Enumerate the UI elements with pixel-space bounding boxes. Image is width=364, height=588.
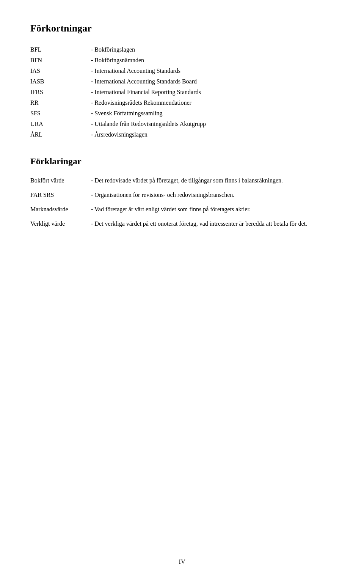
abbreviation-value: - International Accounting Standards Boa… <box>91 78 334 85</box>
abbreviation-key: IASB <box>30 78 91 85</box>
page-footer: IV <box>0 558 364 565</box>
abbreviation-row: RR- Redovisningsrådets Rekommendationer <box>30 99 334 106</box>
definitions-section-title: Förklaringar <box>30 156 334 167</box>
definition-row: FAR SRS- Organisationen för revisions- o… <box>30 192 334 198</box>
abbreviation-row: SFS- Svensk Författningssamling <box>30 110 334 117</box>
abbreviation-row: IASB- International Accounting Standards… <box>30 78 334 85</box>
definition-value: - Det redovisade värdet på företaget, de… <box>91 177 334 184</box>
abbreviation-row: BFN- Bokföringsnämnden <box>30 57 334 64</box>
definition-value: - Organisationen för revisions- och redo… <box>91 192 334 198</box>
abbreviation-value: - Årsredovisningslagen <box>91 131 334 138</box>
abbreviation-value: - Redovisningsrådets Rekommendationer <box>91 99 334 106</box>
abbreviation-row: IFRS- International Financial Reporting … <box>30 89 334 96</box>
definition-key: Marknadsvärde <box>30 206 91 213</box>
abbreviation-key: ÅRL <box>30 131 91 138</box>
definition-key: Bokfört värde <box>30 177 91 184</box>
abbreviation-key: IAS <box>30 68 91 74</box>
definition-row: Marknadsvärde- Vad företaget är värt enl… <box>30 206 334 213</box>
definition-key: Verkligt värde <box>30 220 91 227</box>
abbreviation-row: ÅRL- Årsredovisningslagen <box>30 131 334 138</box>
abbreviation-value: - Bokföringslagen <box>91 46 334 53</box>
abbreviations-section: BFL- BokföringslagenBFN- Bokföringsnämnd… <box>30 46 334 138</box>
abbreviation-value: - Uttalande från Redovisningsrådets Akut… <box>91 121 334 127</box>
definitions-section: Bokfört värde- Det redovisade värdet på … <box>30 177 334 227</box>
definition-value: - Vad företaget är värt enligt värdet so… <box>91 206 334 213</box>
abbreviation-row: URA- Uttalande från Redovisningsrådets A… <box>30 121 334 127</box>
abbreviation-key: BFN <box>30 57 91 64</box>
abbreviation-key: IFRS <box>30 89 91 96</box>
abbreviation-key: URA <box>30 121 91 127</box>
abbreviation-value: - Svensk Författningssamling <box>91 110 334 117</box>
abbreviation-value: - International Accounting Standards <box>91 68 334 74</box>
definition-row: Bokfört värde- Det redovisade värdet på … <box>30 177 334 184</box>
abbreviation-value: - Bokföringsnämnden <box>91 57 334 64</box>
definition-row: Verkligt värde- Det verkliga värdet på e… <box>30 220 334 227</box>
abbreviation-key: SFS <box>30 110 91 117</box>
abbreviation-key: BFL <box>30 46 91 53</box>
abbreviation-value: - International Financial Reporting Stan… <box>91 89 334 96</box>
page-title: Förkortningar <box>30 23 334 34</box>
abbreviation-key: RR <box>30 99 91 106</box>
definition-value: - Det verkliga värdet på ett onoterat fö… <box>91 220 334 227</box>
abbreviation-row: BFL- Bokföringslagen <box>30 46 334 53</box>
abbreviation-row: IAS- International Accounting Standards <box>30 68 334 74</box>
definition-key: FAR SRS <box>30 192 91 198</box>
